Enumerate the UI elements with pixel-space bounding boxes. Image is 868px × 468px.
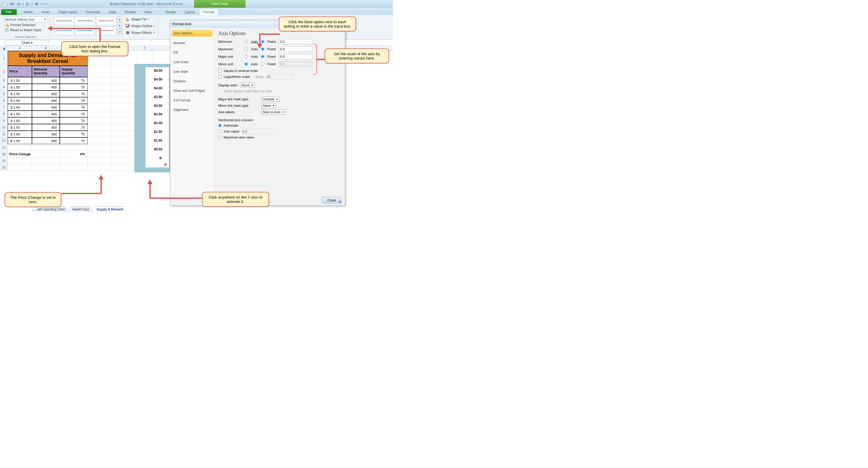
minimum-auto-radio[interactable] bbox=[245, 40, 248, 43]
cell-price[interactable]: $ 1.50 bbox=[8, 97, 32, 104]
row-header[interactable]: 3 bbox=[0, 77, 8, 84]
sheet-tab[interactable]: ...alth Spending Chart bbox=[31, 207, 68, 212]
empty-cell[interactable] bbox=[111, 97, 137, 104]
empty-cell[interactable] bbox=[111, 90, 137, 97]
empty-cell[interactable] bbox=[60, 157, 88, 164]
reverse-order-checkbox[interactable] bbox=[218, 69, 222, 72]
cat-line-color[interactable]: Line Color bbox=[172, 59, 212, 65]
chart-plot-area[interactable]: $5.00$4.50$4.00$3.50$3.00$2.50$2.00$1.50… bbox=[145, 67, 169, 168]
gallery-more-icon[interactable]: ▾ bbox=[117, 29, 122, 34]
empty-cell[interactable] bbox=[111, 157, 137, 164]
minor-fixed-radio[interactable] bbox=[261, 62, 264, 66]
reset-to-match-style-button[interactable]: Reset to Match Style bbox=[4, 27, 48, 32]
cell-demand[interactable]: 400 bbox=[32, 124, 60, 131]
empty-cell[interactable] bbox=[111, 124, 137, 131]
maximum-auto-radio[interactable] bbox=[245, 48, 248, 51]
cell-demand[interactable]: 400 bbox=[32, 84, 60, 90]
style-thumb[interactable] bbox=[75, 17, 95, 25]
cat-axis-options[interactable]: Axis Options bbox=[172, 30, 212, 36]
cell-demand[interactable]: 400 bbox=[32, 77, 60, 84]
tab-insert[interactable]: Insert bbox=[37, 9, 54, 15]
name-box[interactable]: Chart 4 bbox=[5, 40, 49, 46]
empty-cell[interactable] bbox=[8, 164, 32, 171]
row-header[interactable]: 13 bbox=[0, 144, 8, 151]
maximum-value-input[interactable] bbox=[279, 47, 312, 52]
empty-cell[interactable] bbox=[88, 84, 111, 90]
tab-view[interactable]: View bbox=[140, 9, 156, 15]
cell-price[interactable]: $ 1.50 bbox=[8, 104, 32, 111]
cell-demand[interactable]: 400 bbox=[32, 90, 60, 97]
empty-cell[interactable] bbox=[111, 66, 137, 77]
sheet-tab[interactable]: Supply & Demand bbox=[93, 207, 127, 212]
minimum-fixed-radio[interactable] bbox=[261, 40, 264, 43]
empty-cell[interactable] bbox=[8, 157, 32, 164]
minor-tick-dropdown[interactable]: None▼ bbox=[261, 103, 276, 108]
shape-effects-button[interactable]: Shape Effects ▾ bbox=[124, 30, 156, 35]
minor-auto-radio[interactable] bbox=[245, 62, 248, 66]
row-header[interactable]: 15 bbox=[0, 157, 8, 164]
crosses-value-radio[interactable] bbox=[218, 130, 222, 133]
col-header[interactable]: A bbox=[8, 46, 32, 51]
qat-customize-icon[interactable]: ▾ bbox=[46, 3, 47, 5]
cell-demand[interactable]: 400 bbox=[32, 131, 60, 138]
cell-price[interactable]: $ 1.50 bbox=[8, 138, 32, 144]
row-header[interactable]: 8 bbox=[0, 111, 8, 117]
cell-price[interactable]: $ 1.50 bbox=[8, 111, 32, 117]
empty-cell[interactable] bbox=[60, 144, 88, 151]
major-fixed-radio[interactable] bbox=[261, 55, 264, 58]
undo-dropdown-icon[interactable]: ▾ bbox=[23, 3, 24, 5]
cell-demand[interactable]: 400 bbox=[32, 138, 60, 144]
row-header[interactable]: 1 bbox=[0, 51, 8, 66]
cat-glow[interactable]: Glow and Soft Edges bbox=[172, 88, 212, 94]
empty-cell[interactable] bbox=[32, 157, 60, 164]
empty-cell[interactable] bbox=[111, 164, 137, 171]
cat-shadow[interactable]: Shadow bbox=[172, 78, 212, 84]
empty-cell[interactable] bbox=[8, 144, 32, 151]
header-supply[interactable]: Supply Quantity bbox=[60, 66, 88, 77]
embedded-chart[interactable]: Price per Unit $5.00$4.50$4.00$3.50$3.00… bbox=[134, 64, 170, 172]
empty-cell[interactable] bbox=[88, 77, 111, 84]
empty-cell[interactable] bbox=[88, 104, 111, 111]
style-thumb[interactable] bbox=[54, 17, 74, 25]
tab-page-layout[interactable]: Page Layout bbox=[54, 9, 82, 15]
cell-supply[interactable]: 75 bbox=[60, 90, 88, 97]
row-header[interactable]: 7 bbox=[0, 104, 8, 111]
row-header[interactable]: 12 bbox=[0, 138, 8, 144]
col-header[interactable]: F bbox=[137, 46, 153, 51]
style-thumb[interactable] bbox=[96, 17, 116, 25]
save-icon[interactable] bbox=[9, 1, 15, 6]
empty-cell[interactable] bbox=[88, 66, 111, 77]
log-scale-checkbox[interactable] bbox=[218, 75, 222, 78]
undo-icon[interactable] bbox=[16, 1, 21, 6]
cell-supply[interactable]: 75 bbox=[60, 84, 88, 90]
empty-cell[interactable] bbox=[32, 164, 60, 171]
empty-cell[interactable] bbox=[32, 144, 60, 151]
empty-cell[interactable] bbox=[88, 164, 111, 171]
shape-fill-button[interactable]: Shape Fill ▾ bbox=[124, 17, 156, 22]
cell-supply[interactable]: 75 bbox=[60, 138, 88, 144]
cell-demand[interactable]: 400 bbox=[32, 111, 60, 117]
cell-price[interactable]: $ 1.50 bbox=[8, 131, 32, 138]
cell-price[interactable]: $ 1.50 bbox=[8, 117, 32, 124]
chart-y-axis[interactable]: $5.00$4.50$4.00$3.50$3.00$2.50$2.00$1.50… bbox=[147, 68, 162, 160]
format-selection-button[interactable]: Format Selection bbox=[4, 22, 48, 27]
cell-demand[interactable]: 400 bbox=[32, 97, 60, 104]
axis-labels-dropdown[interactable]: Next to Axis▼ bbox=[261, 110, 286, 115]
empty-cell[interactable] bbox=[111, 117, 137, 124]
empty-cell[interactable] bbox=[111, 104, 137, 111]
empty-cell[interactable] bbox=[88, 90, 111, 97]
print-icon[interactable] bbox=[34, 1, 39, 6]
price-change-value[interactable]: 0% bbox=[60, 151, 88, 157]
display-units-dropdown[interactable]: None▼ bbox=[240, 83, 254, 88]
empty-cell[interactable] bbox=[111, 111, 137, 117]
cell-supply[interactable]: 75 bbox=[60, 77, 88, 84]
empty-cell[interactable] bbox=[111, 144, 137, 151]
tab-design[interactable]: Design bbox=[161, 9, 180, 15]
redo-dropdown-icon[interactable]: ▾ bbox=[31, 3, 33, 5]
shape-styles-gallery[interactable] bbox=[54, 17, 116, 35]
tab-layout[interactable]: Layout bbox=[180, 9, 199, 15]
cell-price[interactable]: $ 1.50 bbox=[8, 90, 32, 97]
cell-price[interactable]: $ 1.50 bbox=[8, 84, 32, 90]
header-price[interactable]: Price bbox=[8, 66, 32, 77]
header-demand[interactable]: Demand Quantity bbox=[32, 66, 60, 77]
